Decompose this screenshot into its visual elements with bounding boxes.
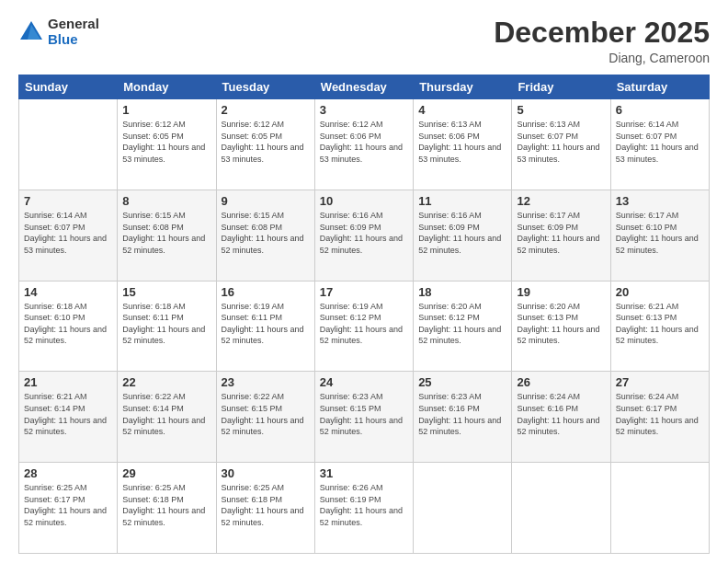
table-row: 14Sunrise: 6:18 AMSunset: 6:10 PMDayligh… bbox=[19, 281, 118, 372]
day-number: 29 bbox=[122, 466, 210, 480]
day-number: 5 bbox=[517, 103, 605, 117]
table-row: 3Sunrise: 6:12 AMSunset: 6:06 PMDaylight… bbox=[314, 99, 413, 190]
subtitle: Diang, Cameroon bbox=[494, 51, 710, 65]
main-title: December 2025 bbox=[494, 17, 710, 49]
calendar-week-row: 1Sunrise: 6:12 AMSunset: 6:05 PMDaylight… bbox=[19, 99, 710, 190]
logo-blue-label: Blue bbox=[48, 32, 99, 48]
day-number: 25 bbox=[418, 375, 506, 389]
day-number: 7 bbox=[24, 194, 112, 208]
day-info: Sunrise: 6:16 AMSunset: 6:09 PMDaylight:… bbox=[320, 210, 408, 256]
day-info: Sunrise: 6:18 AMSunset: 6:11 PMDaylight:… bbox=[122, 301, 210, 347]
day-info: Sunrise: 6:17 AMSunset: 6:09 PMDaylight:… bbox=[517, 210, 605, 256]
day-info: Sunrise: 6:21 AMSunset: 6:14 PMDaylight:… bbox=[24, 391, 112, 437]
col-sunday: Sunday bbox=[19, 75, 118, 99]
day-info: Sunrise: 6:25 AMSunset: 6:18 PMDaylight:… bbox=[122, 482, 210, 528]
table-row: 12Sunrise: 6:17 AMSunset: 6:09 PMDayligh… bbox=[512, 190, 610, 281]
calendar-week-row: 7Sunrise: 6:14 AMSunset: 6:07 PMDaylight… bbox=[19, 190, 710, 281]
day-info: Sunrise: 6:25 AMSunset: 6:18 PMDaylight:… bbox=[222, 482, 310, 528]
table-row bbox=[414, 463, 512, 554]
day-number: 16 bbox=[222, 285, 310, 299]
day-number: 14 bbox=[24, 285, 112, 299]
day-number: 30 bbox=[222, 466, 310, 480]
calendar-week-row: 21Sunrise: 6:21 AMSunset: 6:14 PMDayligh… bbox=[19, 372, 710, 463]
day-info: Sunrise: 6:13 AMSunset: 6:07 PMDaylight:… bbox=[517, 119, 605, 165]
day-info: Sunrise: 6:24 AMSunset: 6:17 PMDaylight:… bbox=[616, 391, 704, 437]
col-saturday: Saturday bbox=[610, 75, 709, 99]
day-info: Sunrise: 6:22 AMSunset: 6:14 PMDaylight:… bbox=[122, 391, 210, 437]
col-thursday: Thursday bbox=[414, 75, 512, 99]
table-row: 15Sunrise: 6:18 AMSunset: 6:11 PMDayligh… bbox=[118, 281, 216, 372]
day-number: 20 bbox=[616, 285, 704, 299]
calendar-week-row: 28Sunrise: 6:25 AMSunset: 6:17 PMDayligh… bbox=[19, 463, 710, 554]
day-number: 19 bbox=[517, 285, 605, 299]
day-info: Sunrise: 6:15 AMSunset: 6:08 PMDaylight:… bbox=[122, 210, 210, 256]
col-friday: Friday bbox=[512, 75, 610, 99]
day-number: 9 bbox=[222, 194, 310, 208]
table-row: 22Sunrise: 6:22 AMSunset: 6:14 PMDayligh… bbox=[118, 372, 216, 463]
page: General Blue December 2025 Diang, Camero… bbox=[0, 0, 728, 563]
day-number: 1 bbox=[122, 103, 210, 117]
table-row: 7Sunrise: 6:14 AMSunset: 6:07 PMDaylight… bbox=[19, 190, 118, 281]
day-number: 31 bbox=[320, 466, 408, 480]
day-info: Sunrise: 6:16 AMSunset: 6:09 PMDaylight:… bbox=[418, 210, 506, 256]
day-info: Sunrise: 6:12 AMSunset: 6:05 PMDaylight:… bbox=[222, 119, 310, 165]
table-row: 13Sunrise: 6:17 AMSunset: 6:10 PMDayligh… bbox=[610, 190, 709, 281]
table-row: 2Sunrise: 6:12 AMSunset: 6:05 PMDaylight… bbox=[216, 99, 314, 190]
logo-text: General Blue bbox=[48, 17, 99, 47]
calendar-table: Sunday Monday Tuesday Wednesday Thursday… bbox=[18, 75, 710, 554]
day-number: 2 bbox=[222, 103, 310, 117]
day-number: 3 bbox=[320, 103, 408, 117]
day-info: Sunrise: 6:21 AMSunset: 6:13 PMDaylight:… bbox=[616, 301, 704, 347]
col-monday: Monday bbox=[118, 75, 216, 99]
title-section: December 2025 Diang, Cameroon bbox=[494, 17, 710, 65]
table-row: 8Sunrise: 6:15 AMSunset: 6:08 PMDaylight… bbox=[118, 190, 216, 281]
header: General Blue December 2025 Diang, Camero… bbox=[18, 17, 710, 65]
day-number: 13 bbox=[616, 194, 704, 208]
day-number: 8 bbox=[122, 194, 210, 208]
table-row: 31Sunrise: 6:26 AMSunset: 6:19 PMDayligh… bbox=[314, 463, 413, 554]
table-row: 6Sunrise: 6:14 AMSunset: 6:07 PMDaylight… bbox=[610, 99, 709, 190]
day-info: Sunrise: 6:19 AMSunset: 6:11 PMDaylight:… bbox=[222, 301, 310, 347]
table-row bbox=[512, 463, 610, 554]
day-info: Sunrise: 6:23 AMSunset: 6:15 PMDaylight:… bbox=[320, 391, 408, 437]
day-info: Sunrise: 6:13 AMSunset: 6:06 PMDaylight:… bbox=[418, 119, 506, 165]
day-number: 11 bbox=[418, 194, 506, 208]
table-row: 30Sunrise: 6:25 AMSunset: 6:18 PMDayligh… bbox=[216, 463, 314, 554]
logo: General Blue bbox=[18, 17, 99, 47]
day-info: Sunrise: 6:24 AMSunset: 6:16 PMDaylight:… bbox=[517, 391, 605, 437]
table-row: 1Sunrise: 6:12 AMSunset: 6:05 PMDaylight… bbox=[118, 99, 216, 190]
day-number: 17 bbox=[320, 285, 408, 299]
day-info: Sunrise: 6:17 AMSunset: 6:10 PMDaylight:… bbox=[616, 210, 704, 256]
day-info: Sunrise: 6:14 AMSunset: 6:07 PMDaylight:… bbox=[616, 119, 704, 165]
day-number: 4 bbox=[418, 103, 506, 117]
logo-general-label: General bbox=[48, 17, 99, 32]
day-info: Sunrise: 6:20 AMSunset: 6:12 PMDaylight:… bbox=[418, 301, 506, 347]
day-number: 24 bbox=[320, 375, 408, 389]
table-row: 21Sunrise: 6:21 AMSunset: 6:14 PMDayligh… bbox=[19, 372, 118, 463]
day-number: 22 bbox=[122, 375, 210, 389]
table-row: 28Sunrise: 6:25 AMSunset: 6:17 PMDayligh… bbox=[19, 463, 118, 554]
day-info: Sunrise: 6:15 AMSunset: 6:08 PMDaylight:… bbox=[222, 210, 310, 256]
table-row: 19Sunrise: 6:20 AMSunset: 6:13 PMDayligh… bbox=[512, 281, 610, 372]
table-row: 27Sunrise: 6:24 AMSunset: 6:17 PMDayligh… bbox=[610, 372, 709, 463]
table-row: 29Sunrise: 6:25 AMSunset: 6:18 PMDayligh… bbox=[118, 463, 216, 554]
table-row: 18Sunrise: 6:20 AMSunset: 6:12 PMDayligh… bbox=[414, 281, 512, 372]
table-row bbox=[19, 99, 118, 190]
table-row: 11Sunrise: 6:16 AMSunset: 6:09 PMDayligh… bbox=[414, 190, 512, 281]
day-info: Sunrise: 6:25 AMSunset: 6:17 PMDaylight:… bbox=[24, 482, 112, 528]
day-number: 26 bbox=[517, 375, 605, 389]
day-number: 15 bbox=[122, 285, 210, 299]
calendar-week-row: 14Sunrise: 6:18 AMSunset: 6:10 PMDayligh… bbox=[19, 281, 710, 372]
day-info: Sunrise: 6:14 AMSunset: 6:07 PMDaylight:… bbox=[24, 210, 112, 256]
table-row: 10Sunrise: 6:16 AMSunset: 6:09 PMDayligh… bbox=[314, 190, 413, 281]
day-info: Sunrise: 6:18 AMSunset: 6:10 PMDaylight:… bbox=[24, 301, 112, 347]
table-row: 9Sunrise: 6:15 AMSunset: 6:08 PMDaylight… bbox=[216, 190, 314, 281]
day-info: Sunrise: 6:12 AMSunset: 6:06 PMDaylight:… bbox=[320, 119, 408, 165]
col-tuesday: Tuesday bbox=[216, 75, 314, 99]
table-row: 23Sunrise: 6:22 AMSunset: 6:15 PMDayligh… bbox=[216, 372, 314, 463]
day-info: Sunrise: 6:23 AMSunset: 6:16 PMDaylight:… bbox=[418, 391, 506, 437]
table-row: 20Sunrise: 6:21 AMSunset: 6:13 PMDayligh… bbox=[610, 281, 709, 372]
day-number: 6 bbox=[616, 103, 704, 117]
day-number: 10 bbox=[320, 194, 408, 208]
table-row bbox=[610, 463, 709, 554]
